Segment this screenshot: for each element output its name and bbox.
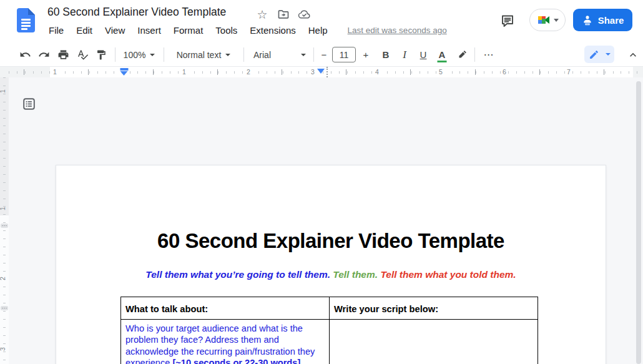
zoom-select[interactable]: 100% xyxy=(120,46,159,63)
paint-format-button[interactable] xyxy=(92,46,110,63)
text-color-a-glyph: A xyxy=(439,49,446,60)
show-outline-button[interactable] xyxy=(20,95,37,112)
table-row-grip[interactable] xyxy=(1,306,8,310)
font-family-select[interactable]: Arial xyxy=(248,46,311,63)
spell-check-button[interactable] xyxy=(74,46,91,63)
col1-header-cell[interactable]: What to talk about: xyxy=(121,297,330,320)
menu-bar: File Edit View Insert Format Tools Exten… xyxy=(42,23,447,37)
toolbar-divider xyxy=(313,47,314,62)
ruler-number: 1 xyxy=(180,67,188,76)
print-button[interactable] xyxy=(54,46,72,63)
menu-format[interactable]: Format xyxy=(167,23,210,37)
document-title[interactable]: 60 Second Explainer Video Template xyxy=(47,6,226,19)
undo-button[interactable] xyxy=(16,46,34,63)
script-table[interactable]: What to talk about: Write your script be… xyxy=(120,297,538,364)
move-to-folder-icon[interactable] xyxy=(277,7,290,21)
toolbar-divider xyxy=(243,47,244,62)
table-row-grip[interactable] xyxy=(1,224,8,228)
pencil-icon xyxy=(589,49,599,60)
share-button-label: Share xyxy=(598,15,624,26)
formatting-toolbar: 100% Normal text Arial − 11 + B I U A ⋯ xyxy=(0,42,643,67)
row1-script-cell[interactable] xyxy=(330,320,538,364)
menu-help[interactable]: Help xyxy=(302,23,334,37)
text-color-button[interactable]: A xyxy=(433,46,451,63)
ruler-number: 3 xyxy=(0,347,6,351)
vertical-ruler: 1 1 2 3 xyxy=(0,77,9,364)
text-color-indicator xyxy=(438,61,447,62)
dropdown-arrow-icon xyxy=(225,54,230,56)
highlight-color-button[interactable] xyxy=(453,46,471,63)
toolbar-divider xyxy=(115,47,115,62)
document-page[interactable]: 60 Second Explainer Video Template Tell … xyxy=(56,165,606,364)
menu-view[interactable]: View xyxy=(99,23,131,37)
document-status-cloud-icon[interactable] xyxy=(297,7,311,21)
doc-heading[interactable]: 60 Second Explainer Video Template xyxy=(56,229,606,253)
hide-menus-button[interactable] xyxy=(624,46,642,63)
italic-button[interactable]: I xyxy=(396,46,413,63)
share-button[interactable]: Share xyxy=(573,9,632,31)
menu-edit[interactable]: Edit xyxy=(70,23,99,37)
menu-tools[interactable]: Tools xyxy=(209,23,243,37)
highlighter-icon xyxy=(456,49,468,61)
table-column-grip[interactable] xyxy=(326,67,328,77)
left-indent-marker[interactable] xyxy=(120,68,129,76)
zoom-value: 100% xyxy=(124,50,146,60)
comment-icon xyxy=(500,13,515,28)
font-family-value: Arial xyxy=(253,50,271,60)
meet-dropdown-arrow-icon xyxy=(554,19,559,22)
join-meet-button[interactable] xyxy=(529,9,566,31)
subtitle-part-green: Tell them. xyxy=(333,269,380,280)
ruler-number: 1 xyxy=(0,89,6,93)
paragraph-style-value: Normal text xyxy=(177,50,222,60)
google-meet-icon xyxy=(536,12,551,27)
ruler-number: 1 xyxy=(0,207,6,210)
top-bar: 60 Second Explainer Video Template ☆ Fil… xyxy=(0,0,643,42)
ruler-number: 6 xyxy=(501,67,508,76)
more-options-button[interactable]: ⋯ xyxy=(479,46,498,63)
font-size-input[interactable]: 11 xyxy=(332,47,356,62)
horizontal-ruler: 1 1 2 3 4 5 6 7 xyxy=(0,67,643,77)
dropdown-arrow-icon xyxy=(301,54,306,56)
bold-button[interactable]: B xyxy=(377,46,395,63)
ruler-number: 2 xyxy=(245,67,252,76)
increase-font-size-button[interactable]: + xyxy=(357,46,375,63)
document-canvas: 60 Second Explainer Video Template Tell … xyxy=(0,77,643,364)
google-docs-logo-icon[interactable] xyxy=(17,8,35,32)
menu-file[interactable]: File xyxy=(42,23,70,37)
row1-prompt-cell[interactable]: Who is your target audience and what is … xyxy=(121,320,330,364)
row1-bold-note: [~10 seconds or 22-30 words]. xyxy=(172,358,303,364)
chevron-up-icon xyxy=(627,49,639,61)
menu-extensions[interactable]: Extensions xyxy=(243,23,302,37)
dropdown-arrow-icon xyxy=(150,54,155,56)
toolbar-divider xyxy=(474,47,475,62)
open-comments-button[interactable] xyxy=(498,11,518,31)
paragraph-style-select[interactable]: Normal text xyxy=(169,46,238,63)
doc-subtitle[interactable]: Tell them what you’re going to tell them… xyxy=(56,269,606,280)
last-edit-status[interactable]: Last edit was seconds ago xyxy=(348,26,447,35)
ruler-ticks xyxy=(9,71,643,74)
ruler-number: 3 xyxy=(309,67,317,76)
menu-insert[interactable]: Insert xyxy=(131,23,167,37)
toolbar-divider xyxy=(164,47,164,62)
subtitle-part-blue: Tell them what you’re going to tell them… xyxy=(145,269,333,280)
redo-button[interactable] xyxy=(35,46,52,63)
ruler-number: 5 xyxy=(437,67,444,76)
table-header-row: What to talk about: Write your script be… xyxy=(121,297,538,320)
outline-icon xyxy=(22,97,36,111)
table-row: Who is your target audience and what is … xyxy=(121,320,538,364)
ruler-number: 1 xyxy=(51,67,59,76)
decrease-font-size-button[interactable]: − xyxy=(315,46,333,63)
ruler-number: 2 xyxy=(0,277,6,280)
ruler-number: 7 xyxy=(565,67,572,76)
vertical-scrollbar-thumb[interactable] xyxy=(636,81,641,364)
star-icon[interactable]: ☆ xyxy=(255,7,269,21)
right-indent-marker[interactable] xyxy=(317,69,325,74)
col2-header-cell[interactable]: Write your script below: xyxy=(330,297,538,320)
subtitle-part-red: Tell them what you told them. xyxy=(380,269,516,280)
mode-dropdown-arrow-icon xyxy=(606,53,611,56)
ruler-number: 4 xyxy=(373,67,381,76)
editing-mode-button[interactable] xyxy=(584,46,614,63)
share-person-icon xyxy=(582,14,593,26)
underline-button[interactable]: U xyxy=(415,46,432,63)
